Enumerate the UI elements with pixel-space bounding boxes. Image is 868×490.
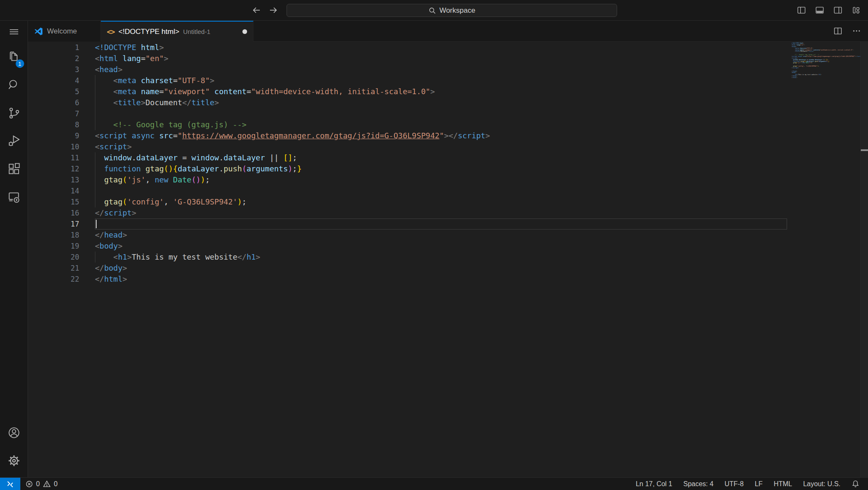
unsaved-changes-dot[interactable] bbox=[242, 29, 247, 34]
line-number[interactable]: 12 bbox=[28, 163, 79, 174]
more-actions-button[interactable] bbox=[852, 26, 861, 36]
line-content[interactable]: gtag('js', new Date()); bbox=[95, 174, 787, 185]
notifications-button[interactable] bbox=[851, 478, 860, 490]
line-number[interactable]: 4 bbox=[28, 75, 79, 86]
code-line[interactable]: 7 bbox=[28, 108, 787, 119]
line-content[interactable]: <meta name="viewport" content="width=dev… bbox=[95, 86, 787, 97]
tab-welcome[interactable]: Welcome bbox=[28, 21, 101, 42]
line-number[interactable]: 3 bbox=[28, 64, 79, 75]
line-content[interactable]: <html lang="en"> bbox=[95, 53, 787, 64]
code-line[interactable]: 8 <!-- Google tag (gtag.js) --> bbox=[28, 119, 787, 130]
go-back-button[interactable] bbox=[251, 5, 262, 16]
line-number[interactable]: 16 bbox=[28, 207, 79, 218]
line-number[interactable]: 15 bbox=[28, 196, 79, 207]
encoding-status[interactable]: UTF-8 bbox=[724, 478, 743, 490]
line-content[interactable]: <!-- Google tag (gtag.js) --> bbox=[95, 119, 787, 130]
settings-button[interactable] bbox=[0, 447, 28, 475]
language-mode-status[interactable]: HTML bbox=[773, 478, 792, 490]
line-content[interactable] bbox=[95, 185, 787, 196]
code-line[interactable]: 5 <meta name="viewport" content="width=d… bbox=[28, 86, 787, 97]
line-content[interactable]: </head> bbox=[95, 230, 787, 241]
line-content[interactable]: <head> bbox=[95, 64, 787, 75]
code-line[interactable]: 6 <title>Document</title> bbox=[28, 97, 787, 108]
code-line[interactable]: 12 function gtag(){dataLayer.push(argume… bbox=[28, 163, 787, 174]
code-line[interactable]: 18</head> bbox=[28, 230, 787, 241]
code-line[interactable]: 17 bbox=[28, 218, 787, 230]
code-line[interactable]: 15 gtag('config', 'G-Q36L9SP942'); bbox=[28, 196, 787, 207]
go-forward-button[interactable] bbox=[268, 5, 279, 16]
line-content[interactable] bbox=[95, 108, 787, 119]
line-number[interactable]: 21 bbox=[28, 263, 79, 274]
line-number[interactable]: 11 bbox=[28, 152, 79, 163]
line-number[interactable]: 7 bbox=[28, 108, 79, 119]
line-content[interactable]: window.dataLayer = window.dataLayer || [… bbox=[95, 152, 787, 163]
code-line[interactable]: 2<html lang="en"> bbox=[28, 53, 787, 64]
line-number[interactable]: 6 bbox=[28, 97, 79, 108]
activity-bar-remote-explorer[interactable] bbox=[0, 183, 28, 211]
eol-status[interactable]: LF bbox=[755, 478, 763, 490]
accounts-button[interactable] bbox=[0, 419, 28, 447]
line-content[interactable]: gtag('config', 'G-Q36L9SP942'); bbox=[95, 196, 787, 207]
source-control-branch-icon bbox=[7, 106, 21, 120]
code-line[interactable]: 1<!DOCTYPE html> bbox=[28, 42, 787, 53]
line-content[interactable]: </body> bbox=[95, 263, 787, 274]
line-content[interactable]: <script> bbox=[95, 141, 787, 152]
activity-bar-search[interactable] bbox=[0, 71, 28, 99]
line-number[interactable]: 14 bbox=[28, 185, 79, 196]
overview-ruler-scrollbar[interactable] bbox=[860, 42, 868, 477]
code-line[interactable]: 19<body> bbox=[28, 241, 787, 252]
line-content[interactable]: <script async src="https://www.googletag… bbox=[95, 130, 787, 141]
code-line[interactable]: 9<script async src="https://www.googleta… bbox=[28, 130, 787, 141]
toggle-secondary-sidebar-button[interactable] bbox=[833, 5, 843, 15]
line-number[interactable]: 18 bbox=[28, 230, 79, 241]
line-content[interactable]: </html> bbox=[95, 274, 787, 285]
code-line[interactable]: 22</html> bbox=[28, 274, 787, 285]
code-line[interactable]: 11 window.dataLayer = window.dataLayer |… bbox=[28, 152, 787, 163]
toggle-panel-button[interactable] bbox=[815, 5, 825, 15]
remote-indicator-button[interactable] bbox=[0, 478, 20, 490]
cursor-position-status[interactable]: Ln 17, Col 1 bbox=[636, 478, 672, 490]
tab-untitled-1[interactable]: <> <!DOCTYPE html> Untitled-1 bbox=[101, 21, 253, 42]
application-menu-button[interactable] bbox=[0, 21, 28, 43]
code-line[interactable]: 20 <h1>This is my test website</h1> bbox=[28, 252, 787, 263]
line-content[interactable]: <title>Document</title> bbox=[95, 97, 787, 108]
line-number[interactable]: 22 bbox=[28, 274, 79, 285]
activity-bar-extensions[interactable] bbox=[0, 155, 28, 183]
indentation-status[interactable]: Spaces: 4 bbox=[683, 478, 713, 490]
split-editor-button[interactable] bbox=[833, 26, 843, 36]
toggle-primary-sidebar-button[interactable] bbox=[796, 5, 807, 15]
line-number[interactable]: 1 bbox=[28, 42, 79, 53]
code-line[interactable]: 4 <meta charset="UTF-8"> bbox=[28, 75, 787, 86]
line-number[interactable]: 8 bbox=[28, 119, 79, 130]
line-number[interactable]: 17 bbox=[28, 218, 79, 230]
activity-bar-explorer[interactable]: 1 bbox=[0, 43, 28, 71]
line-content[interactable]: <!DOCTYPE html> bbox=[95, 42, 787, 53]
code-line[interactable]: 10<script> bbox=[28, 141, 787, 152]
line-content[interactable] bbox=[95, 218, 787, 230]
line-number[interactable]: 10 bbox=[28, 141, 79, 152]
line-content[interactable]: <body> bbox=[95, 241, 787, 252]
activity-bar-run-debug[interactable] bbox=[0, 127, 28, 155]
line-number[interactable]: 20 bbox=[28, 252, 79, 263]
command-center-search[interactable]: Workspace bbox=[287, 4, 617, 17]
activity-bar-source-control[interactable] bbox=[0, 99, 28, 127]
keyboard-layout-status[interactable]: Layout: U.S. bbox=[803, 478, 840, 490]
line-number[interactable]: 13 bbox=[28, 174, 79, 185]
code-line[interactable]: 21</body> bbox=[28, 263, 787, 274]
line-number[interactable]: 5 bbox=[28, 86, 79, 97]
line-number[interactable]: 19 bbox=[28, 241, 79, 252]
code-line[interactable]: 16</script> bbox=[28, 207, 787, 218]
problems-status-item[interactable]: 0 0 bbox=[20, 478, 63, 490]
line-number[interactable]: 2 bbox=[28, 53, 79, 64]
line-content[interactable]: function gtag(){dataLayer.push(arguments… bbox=[95, 163, 787, 174]
minimap[interactable]: <!DOCTYPE html><html lang="en"><head> <m… bbox=[787, 42, 860, 477]
code-line[interactable]: 14 bbox=[28, 185, 787, 196]
code-line[interactable]: 13 gtag('js', new Date()); bbox=[28, 174, 787, 185]
code-editor[interactable]: 1<!DOCTYPE html>2<html lang="en">3<head>… bbox=[28, 42, 787, 477]
code-line[interactable]: 3<head> bbox=[28, 64, 787, 75]
line-content[interactable]: <h1>This is my test website</h1> bbox=[95, 252, 787, 263]
line-number[interactable]: 9 bbox=[28, 130, 79, 141]
line-content[interactable]: <meta charset="UTF-8"> bbox=[95, 75, 787, 86]
line-content[interactable]: </script> bbox=[95, 207, 787, 218]
customize-layout-button[interactable] bbox=[851, 5, 861, 15]
